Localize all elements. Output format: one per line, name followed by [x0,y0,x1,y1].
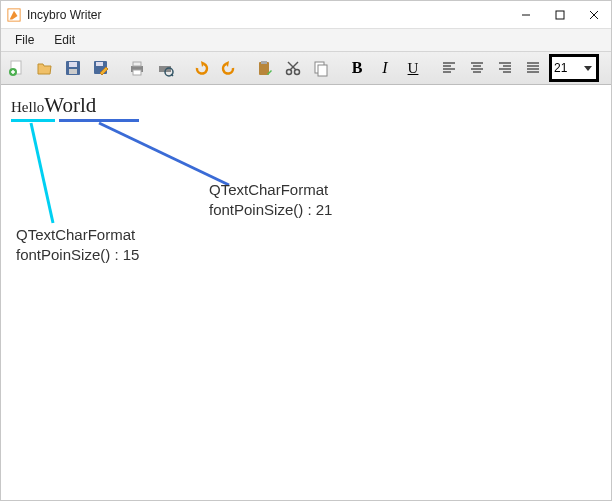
printer-icon [128,59,146,77]
underline-word2 [59,119,139,122]
svg-rect-30 [318,65,327,76]
italic-icon: I [382,59,387,77]
align-right-icon [497,60,513,76]
bold-icon: B [352,59,363,77]
folder-open-icon [36,59,54,77]
align-justify-icon [525,60,541,76]
toolbar: B I U [1,51,611,85]
print-preview-icon [156,59,174,77]
paste-button[interactable] [252,55,278,81]
align-center-icon [469,60,485,76]
align-right-button[interactable] [492,55,518,81]
redo-button[interactable] [216,55,242,81]
annotation-2-line1: QTextCharFormat [209,180,332,200]
separator [179,56,187,80]
undo-icon [192,59,210,77]
annotation-box-1: QTextCharFormat fontPoinSize() : 15 [16,225,139,264]
cut-button[interactable] [280,55,306,81]
app-window: Incybro Writer File Edit B I U [0,0,612,501]
svg-rect-11 [69,69,77,74]
document-area[interactable]: HelloWorld QTextCharFormat fontPoinSize(… [1,85,611,500]
menu-file[interactable]: File [5,31,44,49]
print-button[interactable] [124,55,150,81]
bold-button[interactable]: B [344,55,370,81]
minimize-button[interactable] [509,1,543,28]
window-title: Incybro Writer [27,8,509,22]
annotation-1-line2: fontPoinSize() : 15 [16,245,139,265]
open-button[interactable] [32,55,58,81]
copy-button[interactable] [308,55,334,81]
window-controls [509,1,611,28]
underline-icon: U [408,60,419,77]
chevron-down-icon [584,66,592,71]
titlebar: Incybro Writer [1,1,611,29]
app-icon [7,8,21,22]
svg-rect-10 [69,62,77,67]
svg-rect-13 [96,62,103,66]
text-word2[interactable]: World [44,93,96,117]
underline-button[interactable]: U [400,55,426,81]
align-left-button[interactable] [436,55,462,81]
scissors-icon [284,59,302,77]
svg-rect-2 [556,11,564,19]
save-button[interactable] [60,55,86,81]
italic-button[interactable]: I [372,55,398,81]
annotation-2-line2: fontPoinSize() : 21 [209,200,332,220]
align-justify-button[interactable] [520,55,546,81]
align-left-icon [441,60,457,76]
menu-edit[interactable]: Edit [44,31,85,49]
separator [427,56,435,80]
svg-rect-16 [133,70,141,75]
svg-rect-24 [261,61,267,64]
text-word1[interactable]: Hello [11,99,44,115]
underline-word1 [11,119,55,122]
align-center-button[interactable] [464,55,490,81]
save-icon [64,59,82,77]
menubar: File Edit [1,29,611,51]
paste-icon [256,59,274,77]
copy-icon [312,59,330,77]
save-pencil-icon [92,59,110,77]
text-content[interactable]: HelloWorld [11,93,96,118]
svg-line-48 [99,123,229,185]
separator [243,56,251,80]
svg-rect-15 [133,62,141,66]
svg-line-47 [31,123,53,223]
redo-icon [220,59,238,77]
print-preview-button[interactable] [152,55,178,81]
fontsize-input[interactable] [554,61,582,75]
maximize-button[interactable] [543,1,577,28]
undo-button[interactable] [188,55,214,81]
save-edit-button[interactable] [88,55,114,81]
new-file-icon [8,59,26,77]
fontsize-combobox[interactable] [549,54,599,82]
annotation-box-2: QTextCharFormat fontPoinSize() : 21 [209,180,332,219]
separator [115,56,123,80]
svg-rect-18 [161,62,169,66]
annotation-1-line1: QTextCharFormat [16,225,139,245]
new-button[interactable] [4,55,30,81]
separator [335,56,343,80]
close-button[interactable] [577,1,611,28]
